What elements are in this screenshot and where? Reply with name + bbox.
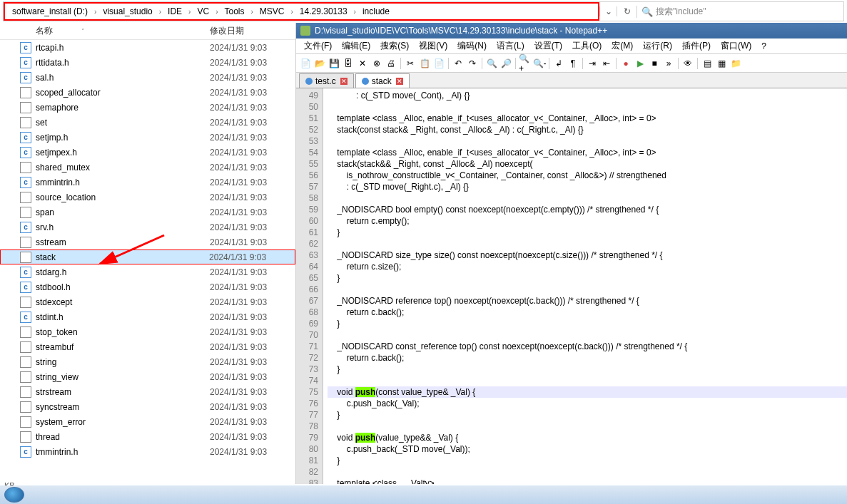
stop-macro-icon[interactable]: ■ — [648, 57, 661, 70]
notepad-tabs[interactable]: test.c✕stack✕ — [296, 73, 847, 88]
play-macro-icon[interactable]: ▶ — [634, 57, 646, 70]
code-content[interactable]: : c(_STD move(_Cont), _Al) {} template <… — [323, 88, 847, 484]
file-row[interactable]: crtcapi.h2024/1/31 9:03 — [0, 40, 295, 55]
file-row[interactable]: shared_mutex2024/1/31 9:03 — [0, 160, 295, 175]
notepad-titlebar[interactable]: D:\visual_studio\IDE\VC\Tools\MSVC\14.29… — [296, 23, 847, 38]
breadcrumb-item[interactable]: software_install (D:) — [8, 4, 92, 19]
close-all-icon[interactable]: ⊗ — [370, 57, 383, 70]
save-all-icon[interactable]: 🗄 — [342, 57, 355, 70]
file-row[interactable]: cstdarg.h2024/1/31 9:03 — [0, 264, 295, 279]
new-file-icon[interactable]: 📄 — [299, 57, 312, 70]
menu-item[interactable]: 设置(T) — [529, 40, 567, 52]
copy-icon[interactable]: 📋 — [418, 57, 431, 70]
replace-icon[interactable]: 🔎 — [499, 57, 512, 70]
show-all-chars-icon[interactable]: ¶ — [567, 57, 579, 70]
search-input[interactable]: 🔍 搜索"include" — [636, 6, 815, 18]
taskbar[interactable] — [0, 485, 847, 504]
file-row[interactable]: sstream2024/1/31 9:03 — [0, 235, 295, 250]
menu-item[interactable]: 搜索(S) — [375, 40, 414, 52]
breadcrumb-item[interactable]: visual_studio — [98, 4, 156, 19]
tab-close-icon[interactable]: ✕ — [396, 78, 403, 85]
indent-icon[interactable]: ⇥ — [586, 57, 599, 70]
zoom-in-icon[interactable]: 🔍+ — [519, 57, 532, 70]
file-row[interactable]: csetjmp.h2024/1/31 9:03 — [0, 130, 295, 145]
tab-close-icon[interactable]: ✕ — [340, 78, 348, 85]
menu-item[interactable]: 编码(N) — [452, 40, 492, 52]
file-row[interactable]: crttidata.h2024/1/31 9:03 — [0, 55, 295, 70]
file-row[interactable]: streambuf2024/1/31 9:03 — [0, 339, 295, 354]
folder-workspace-icon[interactable]: 📁 — [729, 57, 742, 70]
file-row[interactable]: semaphore2024/1/31 9:03 — [0, 100, 295, 115]
menu-item[interactable]: 插件(P) — [677, 40, 716, 52]
file-row[interactable]: csmmintrin.h2024/1/31 9:03 — [0, 175, 295, 190]
column-name[interactable]: 名称 — [36, 26, 53, 36]
outdent-icon[interactable]: ⇤ — [600, 57, 613, 70]
file-row[interactable]: string2024/1/31 9:03 — [0, 354, 295, 369]
menu-item[interactable]: 窗口(W) — [716, 40, 756, 52]
file-row[interactable]: strstream2024/1/31 9:03 — [0, 384, 295, 399]
doc-map-icon[interactable]: ▤ — [701, 57, 714, 70]
file-list[interactable]: crtcapi.h2024/1/31 9:03crttidata.h2024/1… — [0, 40, 295, 484]
menu-item[interactable]: 编辑(E) — [337, 40, 375, 52]
file-row[interactable]: scoped_allocator2024/1/31 9:03 — [0, 85, 295, 100]
file-row[interactable]: set2024/1/31 9:03 — [0, 115, 295, 130]
redo-icon[interactable]: ↷ — [466, 57, 479, 70]
close-icon[interactable]: ✕ — [356, 57, 369, 70]
menu-item[interactable]: 运行(R) — [638, 40, 677, 52]
file-row[interactable]: csetjmpex.h2024/1/31 9:03 — [0, 145, 295, 160]
file-row[interactable]: string_view2024/1/31 9:03 — [0, 369, 295, 384]
file-row[interactable]: csal.h2024/1/31 9:03 — [0, 70, 295, 85]
notepad-menubar[interactable]: 文件(F)编辑(E)搜索(S)视图(V)编码(N)语言(L)设置(T)工具(O)… — [296, 38, 847, 54]
breadcrumb-item[interactable]: include — [358, 4, 394, 19]
print-icon[interactable]: 🖨 — [385, 57, 397, 70]
repeat-macro-icon[interactable]: » — [662, 57, 675, 70]
record-macro-icon[interactable]: ● — [619, 57, 632, 70]
menu-item[interactable]: 宏(M) — [607, 40, 638, 52]
breadcrumb[interactable]: software_install (D:)›visual_studio›IDE›… — [4, 2, 394, 21]
save-icon[interactable]: 💾 — [328, 57, 340, 70]
globe-icon[interactable] — [4, 487, 24, 503]
open-file-icon[interactable]: 📂 — [313, 57, 326, 70]
find-icon[interactable]: 🔍 — [485, 57, 498, 70]
menu-item[interactable]: 工具(O) — [567, 40, 607, 52]
file-row[interactable]: source_location2024/1/31 9:03 — [0, 190, 295, 205]
file-name: srv.h — [36, 222, 210, 232]
cut-icon[interactable]: ✂ — [404, 57, 417, 70]
file-row[interactable]: cstdbool.h2024/1/31 9:03 — [0, 279, 295, 294]
breadcrumb-item[interactable]: MSVC — [255, 4, 289, 19]
menu-item[interactable]: 语言(L) — [492, 40, 529, 52]
refresh-icon[interactable]: ↻ — [617, 6, 636, 16]
menu-item[interactable]: 文件(F) — [299, 40, 337, 52]
file-row[interactable]: syncstream2024/1/31 9:03 — [0, 399, 295, 414]
breadcrumb-item[interactable]: VC — [193, 4, 213, 19]
column-date[interactable]: 修改日期 — [210, 25, 295, 37]
menu-item[interactable]: 视图(V) — [414, 40, 452, 52]
func-list-icon[interactable]: ▦ — [715, 57, 728, 70]
file-row[interactable]: stop_token2024/1/31 9:03 — [0, 324, 295, 339]
editor-area[interactable]: 4950515253545556575859606162636465666768… — [296, 88, 847, 484]
file-row[interactable]: span2024/1/31 9:03 — [0, 205, 295, 220]
address-dropdown-icon[interactable]: ⌄ — [599, 6, 617, 16]
column-header[interactable]: 名称˄ 修改日期 — [0, 23, 295, 40]
notepad-toolbar[interactable]: 📄 📂 💾 🗄 ✕ ⊗ 🖨 ✂ 📋 📄 ↶ ↷ 🔍 🔎 🔍+ 🔍- ↲ ¶ ⇥ — [296, 54, 847, 73]
paste-icon[interactable]: 📄 — [432, 57, 445, 70]
file-row[interactable]: thread2024/1/31 9:03 — [0, 429, 295, 444]
file-row[interactable]: cstdint.h2024/1/31 9:03 — [0, 309, 295, 324]
file-name: string — [36, 357, 210, 367]
editor-tab[interactable]: test.c✕ — [299, 73, 354, 88]
zoom-out-icon[interactable]: 🔍- — [533, 57, 546, 70]
breadcrumb-item[interactable]: Tools — [220, 4, 248, 19]
file-row[interactable]: stdexcept2024/1/31 9:03 — [0, 294, 295, 309]
breadcrumb-item[interactable]: IDE — [163, 4, 186, 19]
monitor-icon[interactable]: 👁 — [681, 57, 694, 70]
menu-item[interactable]: ? — [756, 41, 771, 51]
undo-icon[interactable]: ↶ — [452, 57, 465, 70]
file-row[interactable]: csrv.h2024/1/31 9:03 — [0, 220, 295, 235]
breadcrumb-item[interactable]: 14.29.30133 — [295, 4, 352, 19]
file-row[interactable]: system_error2024/1/31 9:03 — [0, 414, 295, 429]
file-row[interactable]: stack2024/1/31 9:03 — [0, 250, 295, 264]
file-date: 2024/1/31 9:03 — [210, 282, 295, 292]
file-row[interactable]: ctmmintrin.h2024/1/31 9:03 — [0, 444, 295, 459]
editor-tab[interactable]: stack✕ — [355, 73, 410, 88]
wordwrap-icon[interactable]: ↲ — [552, 57, 565, 70]
